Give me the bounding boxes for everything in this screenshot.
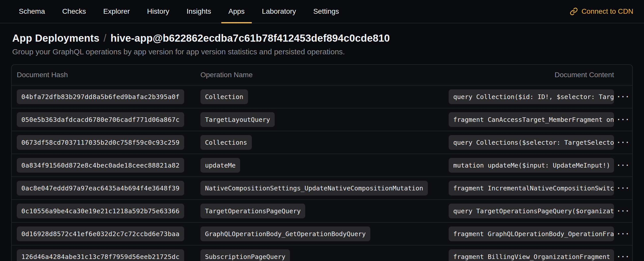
tab-insights[interactable]: Insights [179,0,218,23]
breadcrumb-section: App Deployments [12,32,99,44]
top-nav: SchemaChecksExplorerHistoryInsightsAppsL… [0,0,644,23]
row-menu-button[interactable]: ··· [613,160,633,171]
tab-settings[interactable]: Settings [306,0,346,23]
table-row: 126d46a4284abe31c13c78f7959d56eeb21725dc… [12,245,632,261]
tab-history[interactable]: History [140,0,176,23]
row-menu-button[interactable]: ··· [613,91,633,102]
deployments-table: Document Hash Operation Name Document Co… [11,64,633,261]
table-row: 0a834f91560d872e8c4bec0ade18ceec88821a82… [12,154,632,176]
document-content-badge: fragment BillingView_OrganizationFragmen… [449,249,614,261]
page-title: App Deployments/hive-app@b622862ecdba7c6… [11,32,633,44]
operation-name-badge: SubscriptionPageQuery [200,249,290,261]
column-header-operation-name: Operation Name [200,71,449,79]
document-content-badge: query Collection($id: ID!, $selector: Ta… [449,89,614,104]
row-menu-button[interactable]: ··· [613,183,633,193]
document-content-badge: fragment IncrementalNativeCompositionSwi… [449,181,614,195]
operation-name-badge: TargetOperationsPageQuery [200,204,305,218]
table-body: 04bfa72dfb83b297dd8a5b6fed9bafac2b395a0f… [12,85,632,261]
link-icon [570,7,578,15]
document-hash-badge: 0a834f91560d872e8c4bec0ade18ceec88821a82 [17,158,184,173]
table-header: Document Hash Operation Name Document Co… [12,65,632,85]
tab-checks[interactable]: Checks [55,0,93,23]
operation-name-badge: TargetLayoutQuery [200,112,275,127]
document-hash-badge: 0c10556a9be4ca30e19e21c1218a592b75e63366 [17,204,184,218]
table-row: 0ac8e047eddd97a97eac6435a4b694f4e3648f39… [12,176,632,199]
tab-explorer[interactable]: Explorer [96,0,137,23]
operation-name-badge: Collection [200,89,248,104]
table-row: 04bfa72dfb83b297dd8a5b6fed9bafac2b395a0f… [12,85,632,108]
tab-laboratory[interactable]: Laboratory [255,0,303,23]
document-hash-badge: 0ac8e047eddd97a97eac6435a4b694f4e3648f39 [17,181,184,195]
operation-name-badge: Collections [200,135,252,150]
column-header-document-hash: Document Hash [12,71,200,79]
document-content-badge: mutation updateMe($input: UpdateMeInput!… [449,158,614,173]
row-menu-button[interactable]: ··· [613,137,633,148]
row-menu-button[interactable]: ··· [613,206,633,216]
breadcrumb-app-id: hive-app@b622862ecdba7c61b78f412453def89… [110,32,390,44]
row-menu-button[interactable]: ··· [613,229,633,239]
document-hash-badge: 126d46a4284abe31c13c78f7959d56eeb21725dc [17,249,184,261]
operation-name-badge: GraphQLOperationBody_GetOperationBodyQue… [200,226,370,241]
document-content-badge: fragment CanAccessTarget_MemberFragment … [449,112,614,127]
table-row: 0c10556a9be4ca30e19e21c1218a592b75e63366… [12,199,632,222]
app-deployments-page: App Deployments/hive-app@b622862ecdba7c6… [0,23,644,261]
breadcrumb-separator: / [99,32,110,44]
document-hash-badge: 050e5b363dafdcacd6780e706cadf771d06a867c [17,112,184,127]
document-hash-badge: 04bfa72dfb83b297dd8a5b6fed9bafac2b395a0f [17,89,184,104]
row-menu-button[interactable]: ··· [613,251,633,261]
operation-name-badge: NativeCompositionSettings_UpdateNativeCo… [200,181,428,195]
nav-tabs: SchemaChecksExplorerHistoryInsightsAppsL… [12,0,346,23]
document-content-badge: fragment GraphQLOperationBody_OperationF… [449,226,614,241]
document-hash-badge: 0d16928d8572c41ef6e032d2c7c72ccbd6e73baa [17,226,184,241]
document-hash-badge: 0673df58cd7037117035b2d0c758f59c0c93c259 [17,135,184,150]
connect-to-cdn-label: Connect to CDN [581,7,633,15]
connect-to-cdn-link[interactable]: Connect to CDN [570,0,633,23]
tab-schema[interactable]: Schema [12,0,52,23]
document-content-badge: query Collections($selector: TargetSelec… [449,135,614,150]
table-row: 050e5b363dafdcacd6780e706cadf771d06a867c… [12,108,632,131]
document-content-badge: query TargetOperationsPageQuery($organiz… [449,204,614,218]
operation-name-badge: updateMe [200,158,240,173]
column-header-document-content: Document Content [555,71,614,79]
table-row: 0673df58cd7037117035b2d0c758f59c0c93c259… [12,131,632,154]
row-menu-button[interactable]: ··· [613,114,633,125]
tab-apps[interactable]: Apps [221,0,252,23]
table-row: 0d16928d8572c41ef6e032d2c7c72ccbd6e73baa… [12,222,632,245]
page-subtitle: Group your GraphQL operations by app ver… [11,47,633,56]
